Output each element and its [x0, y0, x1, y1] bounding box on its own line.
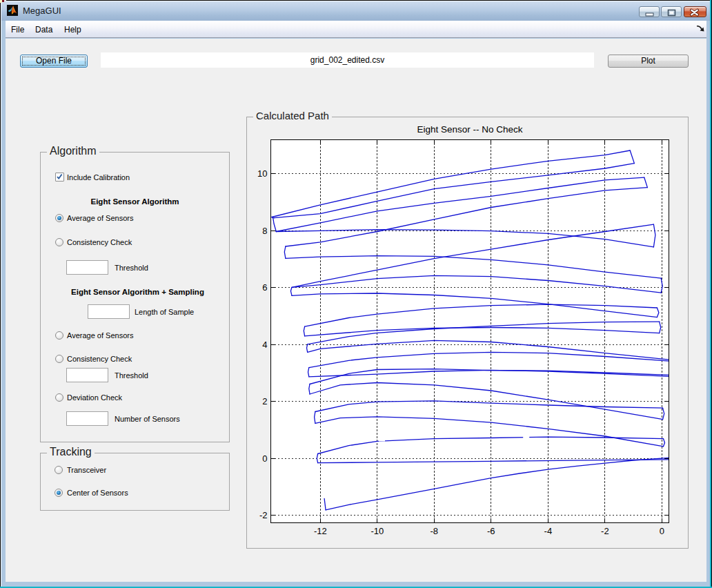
svg-text:0: 0	[660, 526, 664, 536]
svg-text:4: 4	[262, 340, 267, 350]
svg-text:8: 8	[262, 226, 267, 236]
svg-text:0: 0	[262, 453, 267, 464]
svg-text:-8: -8	[431, 526, 439, 536]
svg-text:Eight Sensor -- No Check: Eight Sensor -- No Check	[417, 124, 522, 135]
svg-text:-10: -10	[370, 526, 384, 536]
svg-text:2: 2	[262, 396, 267, 406]
svg-text:-2: -2	[259, 510, 268, 520]
svg-text:-4: -4	[544, 526, 553, 536]
svg-text:-6: -6	[487, 526, 495, 536]
svg-text:10: 10	[257, 168, 267, 179]
svg-text:-12: -12	[314, 526, 327, 536]
svg-text:-2: -2	[601, 526, 609, 536]
svg-text:6: 6	[262, 282, 267, 293]
